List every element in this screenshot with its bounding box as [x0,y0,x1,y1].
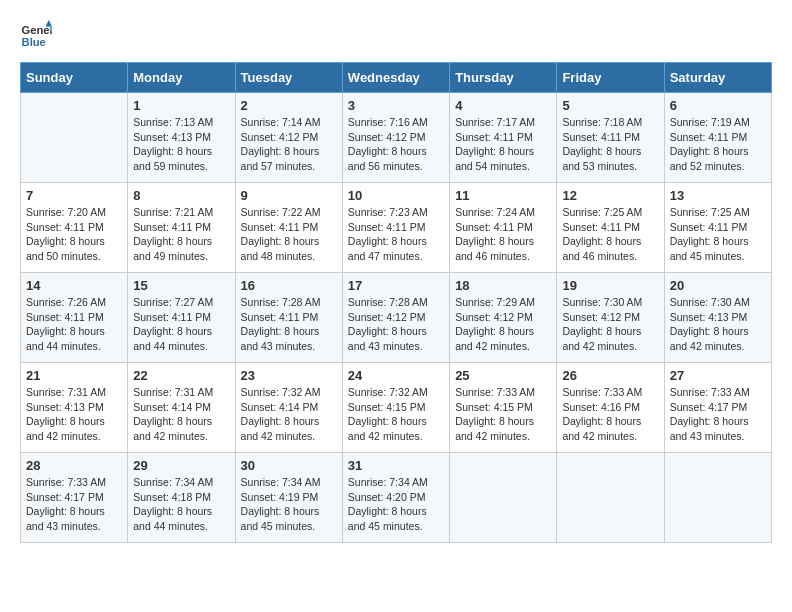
day-info: Sunrise: 7:16 AMSunset: 4:12 PMDaylight:… [348,115,444,174]
calendar-cell: 9Sunrise: 7:22 AMSunset: 4:11 PMDaylight… [235,183,342,273]
day-info: Sunrise: 7:31 AMSunset: 4:14 PMDaylight:… [133,385,229,444]
week-row-0: 1Sunrise: 7:13 AMSunset: 4:13 PMDaylight… [21,93,772,183]
logo-icon: General Blue [20,20,52,52]
calendar-cell: 26Sunrise: 7:33 AMSunset: 4:16 PMDayligh… [557,363,664,453]
day-number: 6 [670,98,766,113]
calendar-cell: 10Sunrise: 7:23 AMSunset: 4:11 PMDayligh… [342,183,449,273]
page-header: General Blue [20,20,772,52]
svg-marker-2 [46,20,52,26]
week-row-1: 7Sunrise: 7:20 AMSunset: 4:11 PMDaylight… [21,183,772,273]
week-row-2: 14Sunrise: 7:26 AMSunset: 4:11 PMDayligh… [21,273,772,363]
day-info: Sunrise: 7:33 AMSunset: 4:16 PMDaylight:… [562,385,658,444]
day-number: 12 [562,188,658,203]
day-info: Sunrise: 7:32 AMSunset: 4:14 PMDaylight:… [241,385,337,444]
calendar-cell: 21Sunrise: 7:31 AMSunset: 4:13 PMDayligh… [21,363,128,453]
day-number: 3 [348,98,444,113]
calendar-cell: 20Sunrise: 7:30 AMSunset: 4:13 PMDayligh… [664,273,771,363]
day-number: 4 [455,98,551,113]
header-day-monday: Monday [128,63,235,93]
day-info: Sunrise: 7:25 AMSunset: 4:11 PMDaylight:… [670,205,766,264]
day-number: 10 [348,188,444,203]
calendar-cell: 3Sunrise: 7:16 AMSunset: 4:12 PMDaylight… [342,93,449,183]
header-day-thursday: Thursday [450,63,557,93]
day-number: 21 [26,368,122,383]
header-day-friday: Friday [557,63,664,93]
day-info: Sunrise: 7:33 AMSunset: 4:17 PMDaylight:… [670,385,766,444]
calendar-cell: 14Sunrise: 7:26 AMSunset: 4:11 PMDayligh… [21,273,128,363]
day-number: 19 [562,278,658,293]
day-info: Sunrise: 7:30 AMSunset: 4:12 PMDaylight:… [562,295,658,354]
calendar-cell: 27Sunrise: 7:33 AMSunset: 4:17 PMDayligh… [664,363,771,453]
day-info: Sunrise: 7:29 AMSunset: 4:12 PMDaylight:… [455,295,551,354]
logo: General Blue [20,20,52,52]
calendar-cell: 23Sunrise: 7:32 AMSunset: 4:14 PMDayligh… [235,363,342,453]
calendar-cell: 13Sunrise: 7:25 AMSunset: 4:11 PMDayligh… [664,183,771,273]
calendar-cell: 12Sunrise: 7:25 AMSunset: 4:11 PMDayligh… [557,183,664,273]
day-number: 5 [562,98,658,113]
calendar-cell: 30Sunrise: 7:34 AMSunset: 4:19 PMDayligh… [235,453,342,543]
calendar-header: SundayMondayTuesdayWednesdayThursdayFrid… [21,63,772,93]
day-info: Sunrise: 7:21 AMSunset: 4:11 PMDaylight:… [133,205,229,264]
calendar-cell: 6Sunrise: 7:19 AMSunset: 4:11 PMDaylight… [664,93,771,183]
calendar-table: SundayMondayTuesdayWednesdayThursdayFrid… [20,62,772,543]
day-info: Sunrise: 7:34 AMSunset: 4:20 PMDaylight:… [348,475,444,534]
day-info: Sunrise: 7:17 AMSunset: 4:11 PMDaylight:… [455,115,551,174]
day-number: 1 [133,98,229,113]
calendar-cell: 1Sunrise: 7:13 AMSunset: 4:13 PMDaylight… [128,93,235,183]
calendar-cell: 8Sunrise: 7:21 AMSunset: 4:11 PMDaylight… [128,183,235,273]
day-number: 28 [26,458,122,473]
week-row-3: 21Sunrise: 7:31 AMSunset: 4:13 PMDayligh… [21,363,772,453]
calendar-cell: 25Sunrise: 7:33 AMSunset: 4:15 PMDayligh… [450,363,557,453]
calendar-cell [21,93,128,183]
header-row: SundayMondayTuesdayWednesdayThursdayFrid… [21,63,772,93]
day-info: Sunrise: 7:32 AMSunset: 4:15 PMDaylight:… [348,385,444,444]
calendar-cell [664,453,771,543]
calendar-body: 1Sunrise: 7:13 AMSunset: 4:13 PMDaylight… [21,93,772,543]
calendar-cell: 15Sunrise: 7:27 AMSunset: 4:11 PMDayligh… [128,273,235,363]
day-number: 27 [670,368,766,383]
calendar-cell: 11Sunrise: 7:24 AMSunset: 4:11 PMDayligh… [450,183,557,273]
day-info: Sunrise: 7:24 AMSunset: 4:11 PMDaylight:… [455,205,551,264]
day-number: 26 [562,368,658,383]
calendar-cell [450,453,557,543]
day-info: Sunrise: 7:23 AMSunset: 4:11 PMDaylight:… [348,205,444,264]
day-info: Sunrise: 7:13 AMSunset: 4:13 PMDaylight:… [133,115,229,174]
day-info: Sunrise: 7:14 AMSunset: 4:12 PMDaylight:… [241,115,337,174]
day-number: 8 [133,188,229,203]
calendar-cell: 16Sunrise: 7:28 AMSunset: 4:11 PMDayligh… [235,273,342,363]
day-info: Sunrise: 7:34 AMSunset: 4:18 PMDaylight:… [133,475,229,534]
week-row-4: 28Sunrise: 7:33 AMSunset: 4:17 PMDayligh… [21,453,772,543]
calendar-cell: 31Sunrise: 7:34 AMSunset: 4:20 PMDayligh… [342,453,449,543]
calendar-cell: 29Sunrise: 7:34 AMSunset: 4:18 PMDayligh… [128,453,235,543]
calendar-cell: 5Sunrise: 7:18 AMSunset: 4:11 PMDaylight… [557,93,664,183]
day-number: 18 [455,278,551,293]
day-number: 16 [241,278,337,293]
day-number: 17 [348,278,444,293]
day-info: Sunrise: 7:27 AMSunset: 4:11 PMDaylight:… [133,295,229,354]
day-number: 15 [133,278,229,293]
day-number: 13 [670,188,766,203]
day-number: 30 [241,458,337,473]
calendar-cell: 18Sunrise: 7:29 AMSunset: 4:12 PMDayligh… [450,273,557,363]
day-number: 25 [455,368,551,383]
calendar-cell: 22Sunrise: 7:31 AMSunset: 4:14 PMDayligh… [128,363,235,453]
day-info: Sunrise: 7:33 AMSunset: 4:15 PMDaylight:… [455,385,551,444]
day-number: 9 [241,188,337,203]
day-number: 22 [133,368,229,383]
calendar-cell: 24Sunrise: 7:32 AMSunset: 4:15 PMDayligh… [342,363,449,453]
day-info: Sunrise: 7:19 AMSunset: 4:11 PMDaylight:… [670,115,766,174]
header-day-saturday: Saturday [664,63,771,93]
day-info: Sunrise: 7:28 AMSunset: 4:11 PMDaylight:… [241,295,337,354]
day-number: 20 [670,278,766,293]
header-day-tuesday: Tuesday [235,63,342,93]
day-info: Sunrise: 7:22 AMSunset: 4:11 PMDaylight:… [241,205,337,264]
calendar-cell: 4Sunrise: 7:17 AMSunset: 4:11 PMDaylight… [450,93,557,183]
day-number: 23 [241,368,337,383]
day-info: Sunrise: 7:31 AMSunset: 4:13 PMDaylight:… [26,385,122,444]
calendar-cell: 17Sunrise: 7:28 AMSunset: 4:12 PMDayligh… [342,273,449,363]
day-number: 7 [26,188,122,203]
day-info: Sunrise: 7:33 AMSunset: 4:17 PMDaylight:… [26,475,122,534]
svg-text:Blue: Blue [22,36,46,48]
calendar-cell: 7Sunrise: 7:20 AMSunset: 4:11 PMDaylight… [21,183,128,273]
day-number: 11 [455,188,551,203]
